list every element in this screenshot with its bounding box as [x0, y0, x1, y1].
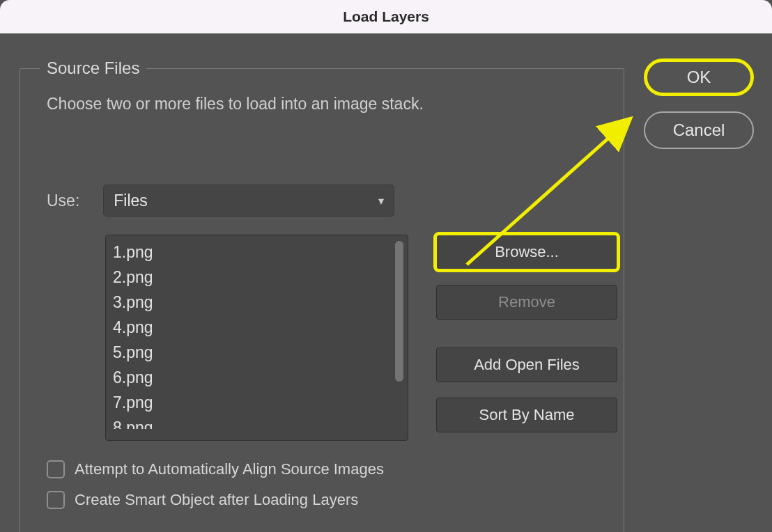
ok-button[interactable]: OK: [644, 58, 754, 96]
dialog-title: Load Layers: [0, 0, 772, 33]
files-listbox-inner: 1.png 2.png 3.png 4.png 5.png 6.png 7.pn…: [106, 235, 408, 433]
use-label: Use:: [47, 191, 79, 210]
cancel-button[interactable]: Cancel: [644, 111, 754, 149]
align-checkbox-label: Attempt to Automatically Align Source Im…: [75, 460, 384, 478]
list-item[interactable]: 8.png: [109, 415, 405, 429]
list-item[interactable]: 1.png: [109, 240, 405, 265]
sort-by-name-button[interactable]: Sort By Name: [436, 398, 617, 432]
list-item[interactable]: 3.png: [109, 290, 405, 315]
align-checkbox[interactable]: [47, 460, 65, 478]
add-open-files-button[interactable]: Add Open Files: [436, 347, 617, 382]
use-dropdown[interactable]: Files ▾: [103, 185, 394, 217]
source-files-group: Source Files Choose two or more files to…: [20, 58, 624, 532]
browse-button[interactable]: Browse...: [436, 235, 617, 269]
smart-object-checkbox[interactable]: [47, 491, 65, 509]
list-item[interactable]: 6.png: [109, 365, 405, 390]
list-item[interactable]: 4.png: [109, 315, 405, 340]
files-and-buttons-row: 1.png 2.png 3.png 4.png 5.png 6.png 7.pn…: [105, 235, 624, 441]
files-listbox[interactable]: 1.png 2.png 3.png 4.png 5.png 6.png 7.pn…: [105, 235, 408, 441]
source-files-legend: Source Files: [40, 58, 146, 78]
file-buttons-column: Browse... Remove Add Open Files Sort By …: [436, 235, 617, 432]
chevron-down-icon: ▾: [378, 194, 384, 208]
dialog-content: Source Files Choose two or more files to…: [0, 33, 772, 532]
instruction-text: Choose two or more files to load into an…: [20, 78, 624, 114]
list-item[interactable]: 7.png: [109, 390, 405, 415]
list-item[interactable]: 2.png: [109, 265, 405, 290]
use-row: Use: Files ▾: [47, 185, 624, 217]
list-item[interactable]: 5.png: [109, 340, 405, 365]
scrollbar-thumb[interactable]: [395, 241, 403, 382]
use-dropdown-value: Files: [114, 191, 148, 210]
dialog-buttons: OK Cancel: [644, 58, 754, 149]
smart-object-checkbox-label: Create Smart Object after Loading Layers: [75, 491, 358, 509]
align-checkbox-row: Attempt to Automatically Align Source Im…: [47, 460, 624, 478]
smart-object-checkbox-row: Create Smart Object after Loading Layers: [47, 491, 624, 509]
remove-button[interactable]: Remove: [436, 285, 617, 320]
